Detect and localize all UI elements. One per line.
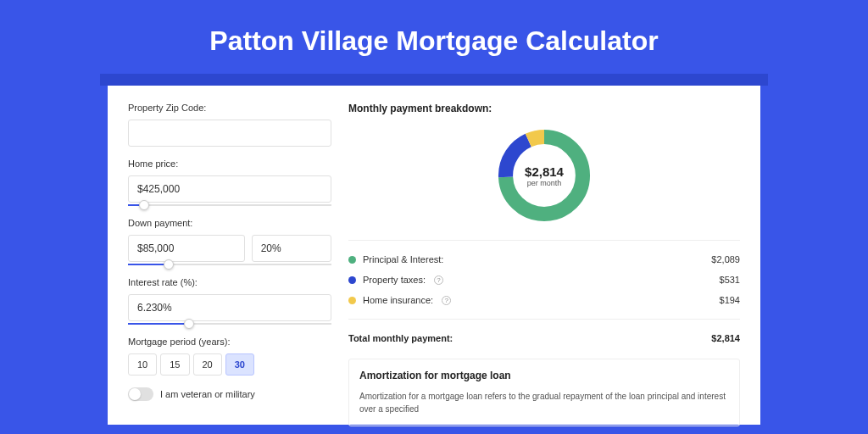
- zip-field: Property Zip Code:: [128, 103, 331, 147]
- veteran-label: I am veteran or military: [160, 389, 255, 399]
- breakdown-row: Principal & Interest:$2,089: [348, 249, 740, 270]
- total-value: $2,814: [711, 333, 740, 343]
- home-price-input[interactable]: [128, 175, 331, 203]
- interest-rate-label: Interest rate (%):: [128, 277, 331, 287]
- breakdown-row: Property taxes:?$531: [348, 270, 740, 290]
- donut-center: $2,814 per month: [525, 164, 564, 187]
- amortization-box: Amortization for mortgage loan Amortizat…: [348, 359, 740, 426]
- period-option-15[interactable]: 15: [160, 353, 189, 376]
- total-row: Total monthly payment: $2,814: [348, 328, 740, 348]
- legend-dot: [348, 256, 356, 264]
- down-payment-slider[interactable]: [128, 264, 331, 265]
- amortization-title: Amortization for mortgage loan: [359, 370, 729, 381]
- slider-thumb[interactable]: [164, 259, 174, 270]
- breakdown-value: $2,089: [711, 254, 740, 264]
- mortgage-period-label: Mortgage period (years):: [128, 337, 331, 347]
- page-title: Patton Village Mortgage Calculator: [0, 0, 868, 74]
- slider-thumb[interactable]: [139, 200, 149, 210]
- period-option-30[interactable]: 30: [225, 353, 254, 376]
- toggle-knob: [129, 388, 141, 400]
- breakdown-value: $194: [720, 295, 740, 305]
- legend-dot: [348, 297, 356, 304]
- info-icon[interactable]: ?: [434, 275, 443, 285]
- slider-thumb[interactable]: [184, 319, 194, 329]
- down-payment-pct-input[interactable]: [252, 235, 331, 262]
- inputs-column: Property Zip Code: Home price: Down paym…: [128, 103, 331, 425]
- veteran-toggle[interactable]: [128, 387, 153, 401]
- legend-dot: [348, 276, 356, 284]
- period-option-20[interactable]: 20: [193, 353, 222, 376]
- down-payment-input[interactable]: [128, 235, 245, 262]
- breakdown-title: Monthly payment breakdown:: [348, 103, 740, 114]
- divider: [348, 319, 740, 320]
- period-option-10[interactable]: 10: [128, 353, 157, 376]
- donut-total: $2,814: [525, 164, 564, 179]
- breakdown-value: $531: [720, 275, 740, 285]
- calculator-panel: Property Zip Code: Home price: Down paym…: [108, 86, 760, 425]
- divider: [348, 240, 740, 241]
- home-price-field: Home price:: [128, 159, 331, 206]
- breakdown-column: Monthly payment breakdown: $2,814 per mo…: [348, 103, 740, 425]
- breakdown-label: Property taxes:: [363, 275, 426, 285]
- breakdown-label: Home insurance:: [363, 295, 433, 305]
- home-price-label: Home price:: [128, 159, 331, 169]
- donut-chart: $2,814 per month: [348, 125, 740, 226]
- breakdown-label: Principal & Interest:: [363, 254, 443, 264]
- down-payment-field: Down payment:: [128, 218, 331, 265]
- zip-label: Property Zip Code:: [128, 103, 331, 113]
- zip-input[interactable]: [128, 120, 331, 147]
- amortization-text: Amortization for a mortgage loan refers …: [359, 390, 729, 415]
- home-price-slider[interactable]: [128, 204, 331, 206]
- accent-bar: [100, 74, 768, 86]
- interest-rate-field: Interest rate (%):: [128, 277, 331, 325]
- donut-sub: per month: [525, 179, 564, 187]
- total-label: Total monthly payment:: [348, 333, 453, 343]
- interest-rate-input[interactable]: [128, 294, 331, 321]
- interest-rate-slider[interactable]: [128, 323, 331, 325]
- down-payment-label: Down payment:: [128, 218, 331, 228]
- mortgage-period-field: Mortgage period (years): 10152030: [128, 337, 331, 376]
- info-icon[interactable]: ?: [442, 296, 451, 305]
- breakdown-row: Home insurance:?$194: [348, 290, 740, 310]
- veteran-toggle-row: I am veteran or military: [128, 387, 331, 401]
